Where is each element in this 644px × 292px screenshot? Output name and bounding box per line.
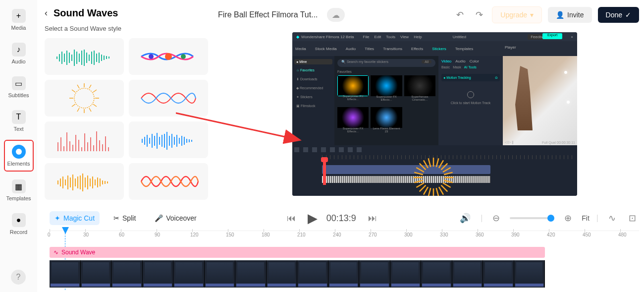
wave-style-3[interactable] <box>45 80 124 117</box>
wave-style-6[interactable] <box>129 121 208 158</box>
search-input[interactable]: 🔍 Search my favorite stickersAll <box>337 59 435 67</box>
clip[interactable] <box>267 260 298 288</box>
scissors-icon: ✂ <box>113 214 119 222</box>
timecode: 00:13:9 <box>326 213 356 224</box>
clip[interactable] <box>143 260 174 288</box>
sidebar-templates[interactable]: ▦Templates <box>4 175 34 205</box>
svg-line-35 <box>72 104 75 107</box>
soundwave-panel: ‹ Sound Waves Select a Sound Wave style <box>37 0 215 198</box>
svg-line-29 <box>93 90 97 92</box>
voiceover-button[interactable]: 🎤Voiceover <box>150 211 201 225</box>
sound-burst-icon <box>411 155 456 196</box>
wave-style-4[interactable] <box>129 80 208 117</box>
template-icon: ▦ <box>12 179 26 193</box>
clip[interactable] <box>421 260 452 288</box>
svg-point-25 <box>181 54 186 59</box>
wave-style-5[interactable] <box>45 121 124 158</box>
plus-icon: + <box>12 9 26 23</box>
clip[interactable] <box>359 260 390 288</box>
svg-point-0 <box>16 149 22 155</box>
zoom-in-icon[interactable]: ⊕ <box>561 213 575 224</box>
user-plus-icon: 👤 <box>556 11 564 19</box>
clip[interactable] <box>81 260 112 288</box>
sidebar-media[interactable]: +Media <box>4 5 34 35</box>
clip[interactable] <box>297 260 328 288</box>
split-button[interactable]: ✂Split <box>108 211 141 225</box>
export-button[interactable]: Export <box>542 33 562 39</box>
clip[interactable] <box>235 260 267 288</box>
help-button[interactable]: ? <box>11 270 26 285</box>
cloud-icon[interactable]: ☁ <box>327 8 345 22</box>
undo-icon[interactable]: ↶ <box>453 9 467 20</box>
svg-point-23 <box>149 54 154 59</box>
sidebar-audio[interactable]: ♪Audio <box>4 39 34 68</box>
video-track[interactable] <box>50 260 545 288</box>
svg-line-32 <box>89 108 91 112</box>
next-icon[interactable]: ⏭ <box>365 213 380 224</box>
mic-icon: 🎤 <box>155 214 163 222</box>
play-icon[interactable]: ▶ <box>308 211 318 226</box>
playback-controls: ✦Magic Cut ✂Split 🎤Voiceover ⏮ ▶ 00:13:9… <box>50 208 639 228</box>
clip[interactable] <box>514 260 545 288</box>
left-sidebar: +Media ♪Audio ▭Subtitles TText Elements … <box>0 0 37 292</box>
clip[interactable] <box>328 260 360 288</box>
sidebar-record[interactable]: ●Record <box>4 209 34 239</box>
svg-point-24 <box>165 53 172 60</box>
clip[interactable] <box>483 260 514 288</box>
magic-cut-button[interactable]: ✦Magic Cut <box>50 211 100 225</box>
soundwave-track[interactable]: ∿Sound Wave <box>50 247 545 258</box>
clip[interactable] <box>205 260 236 288</box>
panel-title: Sound Waves <box>54 7 118 19</box>
wave-style-2[interactable] <box>129 38 208 75</box>
clip[interactable] <box>50 260 81 288</box>
project-title: Fire Ball Effect Filmora Tut... <box>218 10 318 19</box>
fit-button[interactable]: Fit <box>582 214 590 222</box>
note-icon: ♪ <box>12 43 26 57</box>
sparkle-icon: ✦ <box>54 214 60 222</box>
wave-icon: ∿ <box>54 249 58 256</box>
preview-window: ◆ Wondershare Filmora 12 Beta File Edit … <box>292 32 577 196</box>
cc-icon: ▭ <box>12 76 26 90</box>
timeline-ruler[interactable]: 0306090120150180210240270300330360390420… <box>50 231 639 240</box>
waveform-icon[interactable]: ∿ <box>605 213 619 224</box>
clip[interactable] <box>173 260 205 288</box>
svg-line-37 <box>72 90 75 92</box>
sidebar-subtitles[interactable]: ▭Subtitles <box>4 72 34 102</box>
volume-icon[interactable]: 🔊 <box>457 213 474 224</box>
clip[interactable] <box>390 260 422 288</box>
topbar: Fire Ball Effect Filmora Tut... ☁ ↶ ↷ Up… <box>218 5 639 25</box>
settings-icon[interactable]: ⊡ <box>626 213 639 224</box>
app-logo-icon: ◆ <box>296 35 299 39</box>
invite-button[interactable]: 👤Invite <box>548 7 591 23</box>
svg-line-38 <box>77 85 79 88</box>
svg-line-34 <box>77 108 79 112</box>
redo-icon[interactable]: ↷ <box>473 9 486 20</box>
record-icon: ● <box>12 213 26 227</box>
zoom-out-icon[interactable]: ⊖ <box>489 213 503 224</box>
zoom-slider[interactable] <box>510 217 554 219</box>
text-icon: T <box>12 110 26 124</box>
svg-line-28 <box>89 85 91 88</box>
clip[interactable] <box>111 260 143 288</box>
clip[interactable] <box>452 260 483 288</box>
back-icon[interactable]: ‹ <box>45 8 48 18</box>
elements-icon <box>12 145 26 159</box>
upgrade-button[interactable]: Upgrade ▾ <box>492 6 542 23</box>
sidebar-text[interactable]: TText <box>4 106 34 136</box>
wave-style-8[interactable] <box>129 163 208 200</box>
prev-icon[interactable]: ⏮ <box>284 213 299 224</box>
done-button[interactable]: Done ✓ <box>598 7 639 23</box>
svg-point-26 <box>74 88 94 108</box>
svg-line-31 <box>93 104 97 107</box>
wave-style-1[interactable] <box>45 38 124 75</box>
panel-subtitle: Select a Sound Wave style <box>45 25 208 32</box>
wave-style-7[interactable] <box>45 163 124 200</box>
sidebar-elements[interactable]: Elements <box>4 140 34 172</box>
